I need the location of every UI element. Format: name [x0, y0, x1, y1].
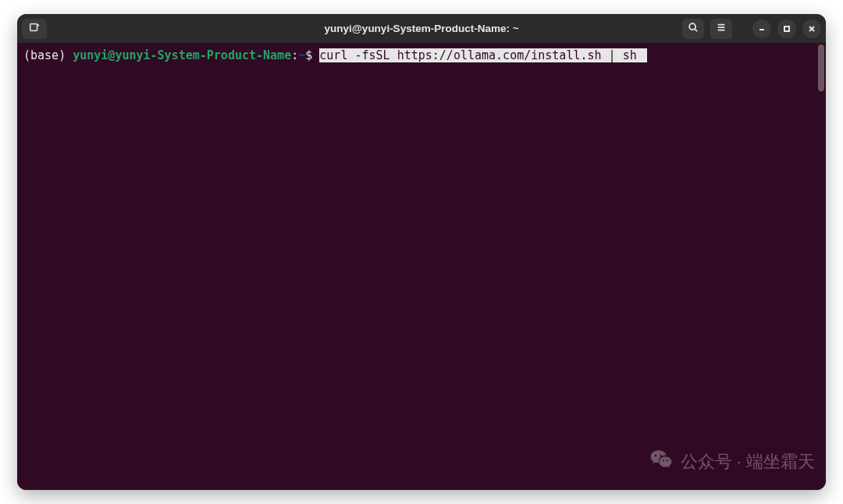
titlebar: yunyi@yunyi-System-Product-Name: ~ [17, 14, 826, 43]
svg-rect-0 [30, 24, 37, 31]
new-tab-icon [29, 21, 40, 36]
cwd: ~ [298, 48, 305, 62]
menu-button[interactable] [710, 19, 732, 39]
close-button[interactable] [802, 20, 821, 38]
terminal-body[interactable]: (base) yunyi@yunyi-System-Product-Name:~… [17, 43, 826, 490]
terminal-window: yunyi@yunyi-System-Product-Name: ~ [17, 14, 826, 490]
search-button[interactable] [682, 19, 704, 39]
window-title: yunyi@yunyi-System-Product-Name: ~ [324, 23, 518, 34]
path-colon: : [291, 48, 298, 62]
user-host: yunyi@yunyi-System-Product-Name [73, 48, 291, 62]
search-icon [688, 21, 699, 36]
svg-line-4 [695, 29, 697, 31]
scrollbar-thumb[interactable] [818, 44, 824, 91]
new-tab-button[interactable] [22, 19, 47, 39]
close-icon [808, 21, 816, 36]
svg-point-3 [689, 23, 695, 30]
minimize-icon [758, 21, 766, 36]
maximize-icon [783, 21, 791, 36]
prompt-dollar: $ [305, 48, 319, 62]
terminal-prompt-line: (base) yunyi@yunyi-System-Product-Name:~… [23, 48, 820, 63]
maximize-button[interactable] [777, 20, 796, 38]
minimize-button[interactable] [752, 20, 771, 38]
hamburger-icon [716, 21, 727, 36]
command-input[interactable]: curl -fsSL https://ollama.com/install.sh… [319, 48, 646, 62]
svg-rect-9 [784, 27, 789, 31]
conda-env: (base) [23, 48, 73, 62]
